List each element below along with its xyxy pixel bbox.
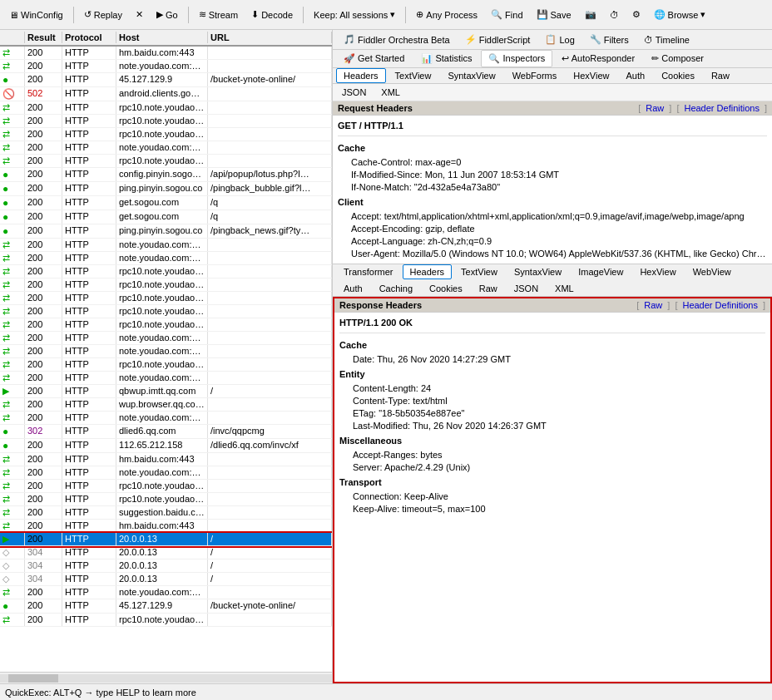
- table-row[interactable]: ⇄ 200 HTTP rpc10.note.youdao.co: [0, 480, 332, 493]
- h-scroll-track[interactable]: [0, 674, 332, 683]
- resp-tab-webview[interactable]: WebView: [685, 264, 739, 279]
- tab-autoresponder[interactable]: ↩ AutoResponder: [554, 50, 642, 67]
- col-result[interactable]: Result: [25, 32, 62, 43]
- table-row[interactable]: ⇄ 200 HTTP rpc10.note.youdao.co: [0, 115, 332, 128]
- table-row[interactable]: ⇄ 200 HTTP note.youdao.com:443: [0, 252, 332, 265]
- stream-button[interactable]: ≋ Stream: [193, 6, 244, 23]
- table-row[interactable]: ⇄ 200 HTTP note.youdao.com:443: [0, 466, 332, 480]
- table-row[interactable]: ⇄ 200 HTTP hm.baidu.com:443: [0, 453, 332, 466]
- request-raw-link[interactable]: Raw: [646, 103, 664, 113]
- table-row[interactable]: ⇄ 200 HTTP rpc10.note.youdao.co: [0, 318, 332, 332]
- resp-tab-cookies[interactable]: Cookies: [422, 281, 470, 296]
- table-row[interactable]: ⇄ 200 HTTP note.youdao.com:443: [0, 60, 332, 73]
- table-row[interactable]: ⇄ 200 HTTP rpc10.note.youdao.co: [0, 292, 332, 305]
- table-row[interactable]: ● 200 HTTP 45.127.129.9 /bucket-ynote-on…: [0, 73, 332, 87]
- req-tab-raw[interactable]: Raw: [704, 68, 737, 83]
- tab-composer[interactable]: ✏ Composer: [644, 50, 711, 67]
- table-row[interactable]: ● 200 HTTP 45.127.129.9 /bucket-ynote-on…: [0, 599, 332, 614]
- response-raw-link[interactable]: Raw: [644, 300, 662, 310]
- req-tab-syntaxview[interactable]: SyntaxView: [440, 68, 502, 83]
- h-scroll-thumb[interactable]: [8, 674, 58, 683]
- table-row[interactable]: ⇄ 200 HTTP rpc10.note.youdao.co: [0, 614, 332, 627]
- col-url[interactable]: URL: [208, 32, 332, 43]
- table-row[interactable]: ⇄ 200 HTTP note.youdao.com:443: [0, 586, 332, 599]
- tab-get-started[interactable]: 🚀 Get Started: [336, 50, 412, 67]
- keep-sessions-button[interactable]: Keep: All sessions ▾: [308, 6, 401, 23]
- table-row[interactable]: ● 200 HTTP ping.pinyin.sogou.co /pingbac…: [0, 224, 332, 239]
- table-row[interactable]: ⇄ 200 HTTP hm.baidu.com:443: [0, 520, 332, 533]
- table-row[interactable]: ⇄ 200 HTTP rpc10.note.youdao.co: [0, 358, 332, 372]
- req-tab-webforms[interactable]: WebForms: [505, 68, 565, 83]
- save-button[interactable]: 💾 Save: [531, 6, 577, 23]
- table-row[interactable]: ⇄ 200 HTTP wup.browser.qq.com:: [0, 398, 332, 412]
- table-row[interactable]: ⇄ 200 HTTP suggestion.baidu.com:: [0, 506, 332, 520]
- table-row[interactable]: ⇄ 200 HTTP note.youdao.com:443: [0, 141, 332, 155]
- timer-button[interactable]: ⏱: [604, 7, 625, 23]
- settings-button[interactable]: ⚙: [626, 6, 646, 23]
- table-row[interactable]: ⇄ 200 HTTP hm.baidu.com:443: [0, 47, 332, 60]
- col-host[interactable]: Host: [116, 32, 208, 43]
- table-row[interactable]: ⇄ 200 HTTP note.youdao.com:443: [0, 345, 332, 358]
- table-row[interactable]: ◇ 304 HTTP 20.0.0.13 /: [0, 560, 332, 573]
- table-row[interactable]: ⇄ 200 HTTP rpc10.note.youdao.co: [0, 128, 332, 141]
- resp-tab-syntaxview[interactable]: SyntaxView: [507, 264, 569, 279]
- tab-timeline[interactable]: ⏱ Timeline: [636, 31, 697, 49]
- table-row[interactable]: ▶ 200 HTTP qbwup.imtt.qq.com /: [0, 385, 332, 398]
- table-row[interactable]: ⇄ 200 HTTP rpc10.note.youdao.co: [0, 493, 332, 506]
- table-row[interactable]: ⇄ 200 HTTP note.youdao.com:443: [0, 372, 332, 385]
- table-row[interactable]: ● 302 HTTP dlied6.qq.com /invc/qqpcmg: [0, 425, 332, 439]
- table-row[interactable]: ⇄ 200 HTTP rpc10.note.youdao.co: [0, 155, 332, 168]
- resp-tab-transformer[interactable]: Transformer: [336, 264, 401, 279]
- resp-tab-raw[interactable]: Raw: [472, 281, 505, 296]
- table-row[interactable]: ⇄ 200 HTTP rpc10.note.youdao.co: [0, 305, 332, 318]
- decode-button[interactable]: ⬇ Decode: [245, 6, 299, 23]
- resp-tab-imageview[interactable]: ImageView: [571, 264, 631, 279]
- table-row[interactable]: ▶ 200 HTTP 20.0.0.13 /: [0, 533, 332, 546]
- tab-statistics[interactable]: 📊 Statistics: [413, 50, 479, 67]
- tab-inspectors[interactable]: 🔍 Inspectors: [481, 50, 552, 67]
- tab-fiddler-script[interactable]: ⚡ FiddlerScript: [458, 30, 538, 49]
- find-button[interactable]: 🔍 Find: [485, 6, 528, 23]
- winconfig-button[interactable]: 🖥 WinConfig: [3, 7, 69, 23]
- resp-tab-xml[interactable]: XML: [547, 281, 581, 296]
- go-button[interactable]: ▶ Go: [151, 6, 184, 23]
- response-header-defs-link[interactable]: Header Definitions: [682, 300, 758, 310]
- table-row[interactable]: ● 200 HTTP 112.65.212.158 /dlied6.qq.com…: [0, 439, 332, 453]
- replay-button[interactable]: ↺ Replay: [78, 6, 128, 23]
- tab-filters[interactable]: 🔧 Filters: [582, 30, 636, 49]
- resp-tab-caching[interactable]: Caching: [372, 281, 420, 296]
- table-row[interactable]: ◇ 304 HTTP 20.0.0.13 /: [0, 546, 332, 560]
- table-row[interactable]: ⇄ 200 HTTP rpc10.note.youdao.co: [0, 101, 332, 115]
- tab-log[interactable]: 📋 Log: [537, 30, 581, 49]
- resp-tab-textview[interactable]: TextView: [453, 264, 505, 279]
- table-row[interactable]: ● 200 HTTP get.sogou.com /q: [0, 210, 332, 224]
- table-row[interactable]: ● 200 HTTP get.sogou.com /q: [0, 196, 332, 210]
- tab-fiddler-orchestra[interactable]: 🎵 Fiddler Orchestra Beta: [336, 30, 458, 49]
- resp-tab-headers[interactable]: Headers: [403, 264, 453, 279]
- resp-tab-hexview[interactable]: HexView: [632, 264, 683, 279]
- req-tab-cookies[interactable]: Cookies: [654, 68, 702, 83]
- table-row[interactable]: ⇄ 200 HTTP note.youdao.com:443: [0, 239, 332, 252]
- browse-button[interactable]: 🌐 Browse ▾: [648, 6, 712, 23]
- table-row[interactable]: ⇄ 200 HTTP rpc10.note.youdao.co: [0, 279, 332, 292]
- table-row[interactable]: ● 200 HTTP config.pinyin.sogou… /api/pop…: [0, 168, 332, 182]
- request-header-defs-link[interactable]: Header Definitions: [684, 103, 760, 113]
- req-tab-textview[interactable]: TextView: [388, 68, 439, 83]
- table-row[interactable]: ⇄ 200 HTTP note.youdao.com:443: [0, 412, 332, 425]
- sessions-table[interactable]: ⇄ 200 HTTP hm.baidu.com:443 ⇄ 200 HTTP n…: [0, 47, 332, 672]
- table-row[interactable]: ● 200 HTTP ping.pinyin.sogou.co /pingbac…: [0, 182, 332, 196]
- any-process-button[interactable]: ⊕ Any Process: [410, 6, 483, 23]
- table-row[interactable]: ⇄ 200 HTTP rpc10.note.youdao.co: [0, 265, 332, 279]
- screenshot-button[interactable]: 📷: [579, 6, 602, 23]
- horizontal-scrollbar[interactable]: [0, 672, 332, 683]
- table-row[interactable]: 🚫 502 HTTP android.clients.google.com: [0, 87, 332, 101]
- resp-tab-json[interactable]: JSON: [507, 281, 546, 296]
- table-row[interactable]: ⇄ 200 HTTP note.youdao.com:443: [0, 332, 332, 345]
- req-tab-xml[interactable]: XML: [375, 86, 406, 99]
- req-tab-hexview[interactable]: HexView: [566, 68, 616, 83]
- col-protocol[interactable]: Protocol: [62, 32, 116, 43]
- delete-button[interactable]: ✕: [130, 6, 149, 23]
- table-row[interactable]: ◇ 304 HTTP 20.0.0.13 /: [0, 573, 332, 586]
- req-tab-headers[interactable]: Headers: [336, 68, 386, 83]
- resp-tab-auth[interactable]: Auth: [336, 281, 370, 296]
